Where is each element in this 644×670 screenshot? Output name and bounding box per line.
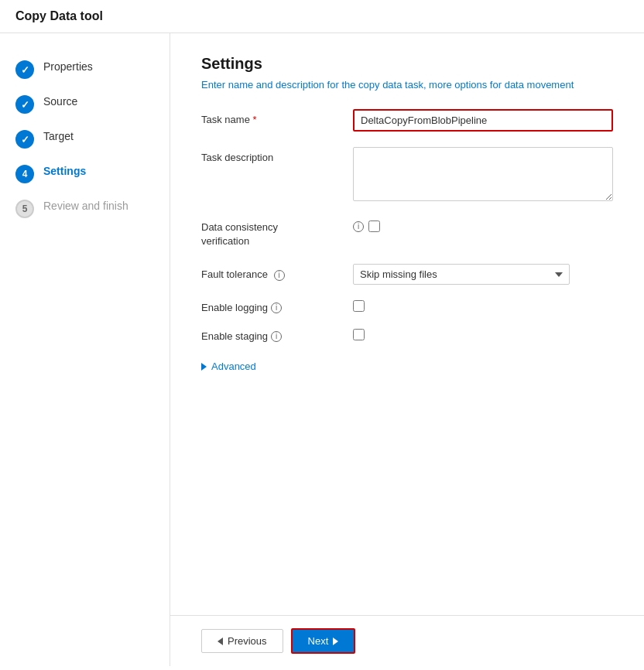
next-chevron-icon [333,638,338,645]
advanced-expand-icon [201,363,207,371]
sidebar-item-properties[interactable]: ✓ Properties [0,52,170,87]
task-name-row: Task name * [201,109,613,132]
data-consistency-control: i [353,219,380,232]
sidebar-item-label-properties: Properties [43,60,93,75]
step-circle-target: ✓ [15,130,34,149]
advanced-row[interactable]: Advanced [201,357,613,375]
sidebar-item-label-settings: Settings [43,164,86,179]
enable-logging-row: Enable logging i [201,300,613,313]
enable-logging-label: Enable logging [201,302,268,313]
fault-tolerance-control: Skip missing files [353,264,613,285]
sidebar-item-source[interactable]: ✓ Source [0,87,170,121]
fault-tolerance-value: Skip missing files [360,268,549,280]
task-description-row: Task description [201,147,613,203]
task-name-control [353,109,613,132]
task-description-control [353,147,613,203]
task-description-label: Task description [201,147,341,163]
fault-tolerance-label: Fault tolerance i [201,264,341,281]
next-button[interactable]: Next [291,628,356,654]
enable-staging-info-icon[interactable]: i [271,331,282,342]
sidebar-item-label-review: Review and finish [43,199,128,214]
app-title: Copy Data tool [0,0,644,33]
previous-chevron-icon [218,638,223,645]
step-circle-review: 5 [15,200,34,218]
sidebar-item-label-source: Source [43,94,77,110]
sidebar-item-review[interactable]: 5 Review and finish [0,191,170,226]
sidebar-item-target[interactable]: ✓ Target [0,121,170,156]
enable-staging-row: Enable staging i [201,329,613,342]
sidebar-item-label-target: Target [43,129,74,145]
main-layout: ✓ Properties ✓ Source ✓ Target 4 [0,33,644,666]
content-area: Settings Enter name and description for … [170,33,644,666]
section-subtitle: Enter name and description for the copy … [201,79,613,91]
content-scroll: Settings Enter name and description for … [170,33,644,615]
data-consistency-info-icon[interactable]: i [353,221,364,232]
data-consistency-label-group: Data consistencyverification [201,219,341,248]
task-name-input[interactable] [353,109,613,132]
footer-bar: Previous Next [170,615,644,666]
task-name-label: Task name * [201,109,341,125]
data-consistency-label: Data consistencyverification [201,220,278,248]
required-star: * [253,114,257,125]
fault-tolerance-row: Fault tolerance i Skip missing files [201,264,613,285]
enable-staging-label: Enable staging [201,330,268,342]
previous-button[interactable]: Previous [201,629,283,653]
data-consistency-checkbox[interactable] [368,220,380,232]
data-consistency-row: Data consistencyverification i [201,219,613,248]
sidebar: ✓ Properties ✓ Source ✓ Target 4 [0,33,170,666]
fault-tolerance-info-icon[interactable]: i [274,270,285,281]
fault-tolerance-select[interactable]: Skip missing files [353,264,570,285]
step-circle-properties: ✓ [15,60,34,79]
enable-logging-label-group: Enable logging i [201,300,341,313]
enable-logging-checkbox[interactable] [353,300,365,312]
advanced-label: Advanced [211,361,256,372]
step-circle-source: ✓ [15,95,34,114]
sidebar-item-settings[interactable]: 4 Settings [0,156,170,191]
fault-tolerance-chevron-icon [555,272,563,277]
step-circle-settings: 4 [15,165,34,183]
enable-staging-label-group: Enable staging i [201,329,341,342]
task-description-input[interactable] [353,147,613,201]
enable-logging-info-icon[interactable]: i [271,303,282,313]
enable-staging-checkbox[interactable] [353,329,365,340]
app-container: Copy Data tool ✓ Properties ✓ Source ✓ T [0,0,644,666]
section-title: Settings [201,55,613,73]
